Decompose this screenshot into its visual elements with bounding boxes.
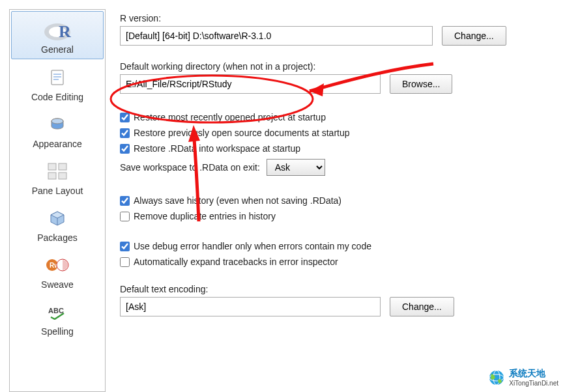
package-icon <box>11 205 104 231</box>
watermark-url: XiTongTianDi.net <box>509 380 558 387</box>
sidebar-item-label: Pane Layout <box>11 186 104 196</box>
sidebar: R General Code Editing Appearance Pane L… <box>9 9 106 392</box>
browse-button[interactable]: Browse... <box>390 74 452 94</box>
checkbox-label: Restore .RData into workspace at startup <box>134 143 300 154</box>
sidebar-item-label: General <box>12 44 103 55</box>
svg-rect-10 <box>59 163 66 170</box>
sidebar-item-label: Appearance <box>11 139 104 149</box>
expand-traceback-checkbox[interactable] <box>120 257 130 267</box>
save-workspace-label: Save workspace to .RData on exit: <box>120 162 260 173</box>
sidebar-item-label: Code Editing <box>11 92 104 102</box>
encoding-label: Default text encoding: <box>120 284 552 294</box>
remove-dup-checkbox-row[interactable]: Remove duplicate entries in history <box>120 211 552 221</box>
sidebar-item-spelling[interactable]: ABC Spelling <box>11 294 104 341</box>
checkbox-label: Restore most recently opened project at … <box>134 112 326 122</box>
sidebar-item-label: Packages <box>11 232 104 243</box>
remove-dup-checkbox[interactable] <box>120 212 130 221</box>
r-version-label: R version: <box>120 13 552 23</box>
workdir-input[interactable] <box>120 74 381 94</box>
sidebar-item-code-editing[interactable]: Code Editing <box>11 59 104 106</box>
save-history-checkbox-row[interactable]: Always save history (even when not savin… <box>120 195 552 206</box>
change-r-version-button[interactable]: Change... <box>442 26 506 46</box>
watermark: 系统天地 XiTongTianDi.net <box>488 368 558 387</box>
svg-rect-11 <box>48 173 56 179</box>
expand-traceback-checkbox-row[interactable]: Automatically expand tracebacks in error… <box>120 257 552 267</box>
main-panel: R version: Change... Default working dir… <box>106 0 565 392</box>
restore-project-checkbox-row[interactable]: Restore most recently opened project at … <box>120 112 552 122</box>
checkbox-label: Automatically expand tracebacks in error… <box>134 257 338 267</box>
document-icon <box>11 64 104 91</box>
debug-handler-checkbox[interactable] <box>120 242 130 251</box>
sidebar-item-packages[interactable]: Packages <box>11 200 104 247</box>
restore-docs-checkbox[interactable] <box>120 128 130 138</box>
svg-text:ABC: ABC <box>48 307 64 315</box>
restore-rdata-checkbox-row[interactable]: Restore .RData into workspace at startup <box>120 143 552 154</box>
r-version-input[interactable] <box>120 26 433 46</box>
checkbox-label: Remove duplicate entries in history <box>134 211 276 221</box>
spellcheck-icon: ABC <box>11 299 104 325</box>
svg-rect-12 <box>59 173 66 179</box>
svg-point-8 <box>51 119 63 124</box>
sidebar-item-general[interactable]: R General <box>11 11 104 59</box>
panes-icon <box>11 158 104 184</box>
svg-rect-9 <box>48 163 56 170</box>
encoding-input[interactable] <box>120 297 381 316</box>
workdir-label: Default working directory (when not in a… <box>120 61 552 72</box>
sidebar-item-sweave[interactable]: Rw Sweave <box>11 247 104 294</box>
change-encoding-button[interactable]: Change... <box>390 297 454 316</box>
checkbox-label: Use debug error handler only when errors… <box>134 241 371 251</box>
paint-bucket-icon <box>11 111 104 137</box>
sidebar-item-pane-layout[interactable]: Pane Layout <box>11 153 104 200</box>
save-workspace-select[interactable]: Ask <box>267 159 325 176</box>
sweave-icon: Rw <box>11 252 104 278</box>
svg-rect-3 <box>51 70 63 85</box>
checkbox-label: Restore previously open source documents… <box>134 128 350 138</box>
watermark-title: 系统天地 <box>509 368 558 380</box>
svg-text:R: R <box>59 22 71 41</box>
debug-handler-checkbox-row[interactable]: Use debug error handler only when errors… <box>120 241 552 251</box>
restore-rdata-checkbox[interactable] <box>120 144 130 154</box>
sidebar-item-label: Sweave <box>11 279 104 290</box>
sidebar-item-appearance[interactable]: Appearance <box>11 106 104 153</box>
r-logo-icon: R <box>12 17 103 43</box>
save-history-checkbox[interactable] <box>120 196 130 206</box>
checkbox-label: Always save history (even when not savin… <box>134 195 341 206</box>
restore-project-checkbox[interactable] <box>120 113 130 122</box>
globe-icon <box>488 369 505 386</box>
sidebar-item-label: Spelling <box>11 326 104 337</box>
restore-docs-checkbox-row[interactable]: Restore previously open source documents… <box>120 128 552 138</box>
